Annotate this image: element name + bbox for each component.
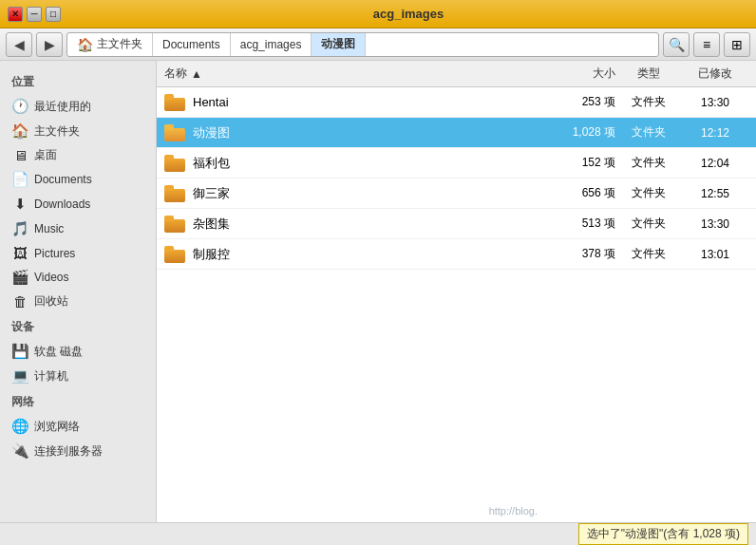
file-name: 御三家 [164,185,530,202]
sidebar-item-label: 软盘 磁盘 [34,344,83,360]
sidebar-item-pictures[interactable]: 🖼 Pictures [0,241,156,265]
sidebar-item-recent[interactable]: 🕐 最近使用的 [0,94,156,119]
breadcrumb-documents[interactable]: Documents [153,33,231,56]
breadcrumb-documents-label: Documents [162,38,220,51]
sidebar-item-label: 浏览网络 [34,419,80,435]
maximize-icon: □ [50,9,56,19]
file-modified: 13:30 [682,96,748,109]
file-modified: 13:30 [682,217,748,231]
column-name[interactable]: 名称 ▲ [164,66,530,82]
table-row[interactable]: 福利包 152 项 文件夹 12:04 [157,148,756,179]
file-name: 制服控 [164,246,530,263]
sidebar-item-desktop[interactable]: 🖥 桌面 [0,143,156,167]
maximize-button[interactable]: □ [46,7,61,22]
file-type: 文件夹 [615,246,682,262]
sidebar-section-title: 设备 [0,313,156,339]
menu-button[interactable]: ≡ [693,32,720,57]
file-name-label: Hentai [193,95,229,109]
toolbar-right: 🔍 ≡ ⊞ [663,32,750,57]
breadcrumb-home-label: 主文件夹 [97,36,142,52]
file-name-label: 福利包 [193,155,230,172]
column-type[interactable]: 类型 [615,66,682,82]
downloads-icon: ⬇ [11,196,28,213]
folder-icon [164,124,185,141]
grid-icon: ⊞ [731,37,743,52]
breadcrumb-acg-images-label: acg_images [240,38,302,51]
table-row[interactable]: 制服控 378 项 文件夹 13:01 [157,239,756,270]
pictures-icon: 🖼 [11,245,28,261]
sidebar-item-videos[interactable]: 🎬 Videos [0,265,156,290]
sidebar-section-title: 位置 [0,68,156,94]
file-type: 文件夹 [615,216,682,232]
file-size: 1,028 项 [530,124,615,141]
sidebar-item-label: 最近使用的 [34,99,91,115]
sidebar-item-floppy[interactable]: 💾 软盘 磁盘 [0,339,156,364]
file-type: 文件夹 [615,185,682,201]
sidebar-item-home[interactable]: 🏠 主文件夹 [0,119,156,143]
connect-server-icon: 🔌 [11,442,28,460]
sidebar-item-documents[interactable]: 📄 Documents [0,167,156,192]
file-name: Hentai [164,94,530,111]
grid-button[interactable]: ⊞ [724,32,750,57]
file-name-label: 御三家 [193,185,230,202]
file-type: 文件夹 [615,94,682,110]
breadcrumb-dongmanditu-label: 动漫图 [321,36,355,52]
minimize-button[interactable]: ─ [27,7,42,22]
sidebar-item-browse-network[interactable]: 🌐 浏览网络 [0,414,156,439]
music-icon: 🎵 [11,220,28,237]
forward-button[interactable]: ▶ [36,32,63,57]
table-row[interactable]: 动漫图 1,028 项 文件夹 12:12 [157,118,756,148]
file-modified: 12:12 [682,126,748,140]
sidebar-item-connect-server[interactable]: 🔌 连接到服务器 [0,439,156,463]
file-type: 文件夹 [615,124,682,141]
file-name-label: 杂图集 [193,216,230,233]
sidebar-item-trash[interactable]: 🗑 回收站 [0,290,156,313]
file-type: 文件夹 [615,155,682,171]
selection-status: 选中了"动漫图"(含有 1,028 项) [578,523,748,545]
sidebar: 位置 🕐 最近使用的 🏠 主文件夹 🖥 桌面 📄 Documents ⬇ Dow… [0,61,157,522]
breadcrumb: 🏠 主文件夹 Documents acg_images 动漫图 [66,32,659,57]
status-bar: http://blog. 选中了"动漫图"(含有 1,028 项) [0,522,756,545]
recent-icon: 🕐 [11,98,28,115]
table-row[interactable]: 御三家 656 项 文件夹 12:55 [157,179,756,209]
sidebar-item-label: Downloads [34,197,90,211]
breadcrumb-dongmanditu[interactable]: 动漫图 [312,33,366,56]
column-modified-label: 已修改 [698,66,732,80]
back-button[interactable]: ◀ [6,32,32,57]
file-list-container: 名称 ▲ 大小 类型 已修改 Hentai 253 项 文件夹 13:30 动漫… [157,61,756,522]
file-name-label: 动漫图 [193,124,230,141]
window-title: acg_images [68,7,748,21]
file-name: 动漫图 [164,124,530,141]
search-button[interactable]: 🔍 [663,32,690,57]
sidebar-item-label: Music [34,222,64,235]
close-button[interactable]: ✕ [8,7,23,22]
file-modified: 13:01 [682,248,748,261]
desktop-icon: 🖥 [11,147,28,163]
videos-icon: 🎬 [11,269,28,286]
column-modified[interactable]: 已修改 [682,66,748,82]
file-size: 378 项 [530,246,615,262]
file-size: 152 项 [530,155,615,171]
sidebar-item-label: Documents [34,173,92,186]
sidebar-item-label: Pictures [34,247,75,260]
sidebar-item-label: 连接到服务器 [34,443,103,460]
watermark: http://blog. [489,505,538,517]
sidebar-item-music[interactable]: 🎵 Music [0,216,156,241]
breadcrumb-acg-images[interactable]: acg_images [231,33,312,56]
file-modified: 12:04 [682,157,748,170]
sidebar-item-downloads[interactable]: ⬇ Downloads [0,192,156,216]
breadcrumb-home[interactable]: 🏠 主文件夹 [67,33,153,56]
toolbar: ◀ ▶ 🏠 主文件夹 Documents acg_images 动漫图 🔍 ≡ … [0,28,756,61]
table-row[interactable]: Hentai 253 项 文件夹 13:30 [157,87,756,118]
table-row[interactable]: 杂图集 513 项 文件夹 13:30 [157,209,756,239]
sidebar-item-label: 主文件夹 [34,123,80,140]
sidebar-item-computer[interactable]: 💻 计算机 [0,364,156,388]
folder-icon [164,216,185,233]
forward-icon: ▶ [45,37,55,52]
home-icon: 🏠 [77,37,93,52]
column-size[interactable]: 大小 [530,66,615,82]
file-modified: 12:55 [682,187,748,200]
browse-network-icon: 🌐 [11,418,28,435]
file-name: 福利包 [164,155,530,172]
folder-icon [164,155,185,172]
